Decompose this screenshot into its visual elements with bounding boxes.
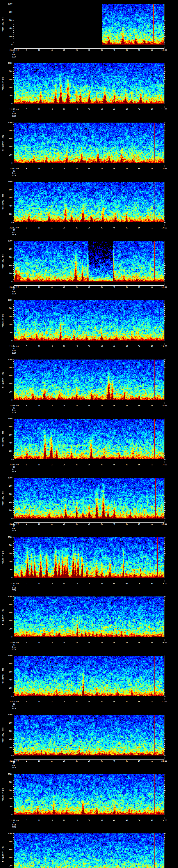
y-tick-label: 1000: [5, 832, 12, 835]
time-tick: [152, 403, 152, 404]
time-tick: [52, 106, 52, 107]
time-tick-label: 55: [149, 582, 154, 585]
time-tick-label: 40: [112, 701, 117, 703]
y-tick: [13, 182, 14, 182]
y-tick: [13, 502, 14, 503]
time-tick-label: 25: [74, 582, 79, 585]
y-tick: [13, 694, 14, 694]
y-tick: [165, 739, 166, 740]
y-tick: [13, 457, 14, 458]
y-tick: [165, 676, 165, 676]
time-tick-label: 20: [62, 819, 67, 822]
time-tick-label: 15: [49, 345, 54, 347]
y-tick: [13, 390, 14, 390]
time-tick-label: 35: [99, 227, 104, 229]
time-tick-label: 5: [24, 642, 29, 644]
time-tick-label: 10: [36, 523, 42, 525]
y-tick: [165, 484, 165, 484]
time-tick-label: 5: [24, 108, 29, 111]
y-tick: [13, 253, 14, 253]
date-line: 11: [4, 644, 25, 646]
time-tick: [39, 462, 39, 463]
time-tick-label: 10: [36, 582, 42, 585]
time-tick: [52, 403, 52, 404]
y-tick: [165, 314, 165, 315]
time-end-tick: [164, 283, 165, 285]
time-tick-label: 45: [124, 582, 129, 585]
time-tick-label: 50: [137, 760, 142, 762]
date-line: 2016: [4, 826, 25, 828]
time-tick: [77, 758, 77, 759]
time-tick-label: 10: [36, 464, 42, 466]
spectrogram-panel: Frequency (Hz) 02004006008001000 5101520…: [0, 355, 178, 415]
date-line: 2016: [4, 648, 25, 650]
time-tick: [139, 106, 140, 107]
y-tick: [165, 731, 166, 732]
y-tick: [165, 517, 165, 517]
y-tick: [13, 36, 14, 37]
y-tick: [165, 308, 166, 309]
y-tick: [13, 674, 14, 674]
time-tick: [139, 699, 140, 700]
time-tick: [64, 284, 64, 285]
time-tick-label: 40: [112, 345, 117, 347]
y-tick-label: 1000: [5, 714, 12, 716]
time-tick-label: 30: [87, 701, 92, 703]
y-axis-title: Frequency (Hz): [2, 668, 4, 684]
time-tick-label: 50: [137, 819, 142, 822]
end-time-label: 13:00: [154, 227, 175, 229]
time-tick-label: 55: [149, 345, 154, 347]
y-tick: [165, 163, 166, 163]
time-tick-label: 5: [24, 405, 29, 407]
time-tick: [52, 47, 52, 49]
time-tick-label: 40: [112, 523, 117, 525]
spectrogram-panel: Frequency (Hz) 02004006008001000 5101520…: [0, 592, 178, 652]
y-tick: [13, 600, 14, 601]
date-line: Dec: [4, 765, 25, 767]
y-tick: [13, 739, 14, 740]
time-axis-line: [14, 759, 165, 760]
y-tick-label: 1000: [5, 595, 12, 597]
y-tick: [13, 335, 14, 335]
y-tick: [13, 26, 14, 27]
y-tick: [13, 666, 14, 666]
y-tick: [13, 324, 14, 325]
y-tick-label: 800: [5, 307, 12, 309]
y-tick: [165, 182, 166, 182]
end-time-label: 12:00: [154, 168, 175, 170]
time-tick-label: 55: [149, 108, 154, 111]
time-tick-label: 30: [87, 464, 92, 466]
y-tick: [165, 813, 165, 813]
y-tick: [165, 664, 166, 664]
y-tick-label: 800: [5, 426, 12, 428]
y-tick: [165, 253, 165, 253]
y-tick-label: 0: [5, 458, 12, 460]
time-tick-label: 45: [124, 642, 129, 644]
y-tick-label: 600: [5, 19, 12, 21]
spectrogram-panel: Frequency (Hz) 02004006008001000 5101520…: [0, 474, 178, 533]
y-tick: [165, 688, 166, 688]
time-tick-label: 45: [124, 108, 129, 111]
time-tick-label: 35: [99, 642, 104, 644]
y-tick: [165, 658, 165, 658]
time-tick-label: 35: [99, 49, 104, 51]
time-tick-label: 20: [62, 642, 67, 644]
y-tick-label: 800: [5, 663, 12, 665]
time-tick-label: 45: [124, 49, 129, 51]
y-tick: [13, 82, 14, 82]
y-tick: [13, 611, 14, 611]
time-tick: [64, 521, 64, 522]
y-tick: [13, 130, 14, 131]
y-tick: [165, 807, 166, 807]
y-tick: [13, 6, 14, 6]
y-tick: [13, 267, 14, 268]
y-tick: [165, 670, 165, 670]
time-tick-label: 35: [99, 108, 104, 111]
y-tick: [165, 611, 165, 611]
y-tick: [165, 457, 165, 458]
y-tick: [13, 241, 14, 241]
time-tick: [139, 817, 140, 819]
y-tick: [165, 194, 165, 194]
time-tick-label: 10: [36, 108, 42, 111]
y-tick: [13, 539, 14, 539]
